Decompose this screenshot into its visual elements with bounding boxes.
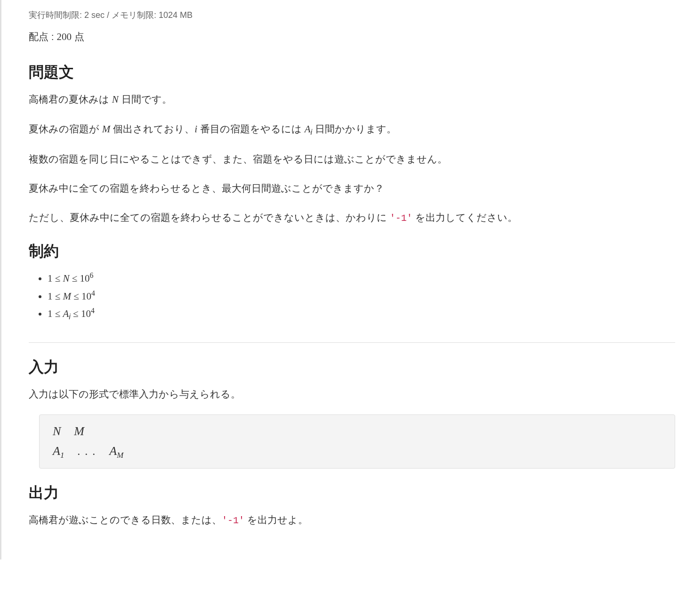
output-desc: 高橋君が遊ぶことのできる日数、または、'-1' を出力せよ。 [29, 511, 675, 529]
input-row-2: A1 . . . AM [53, 441, 662, 462]
problem-heading: 問題文 [29, 62, 675, 83]
problem-content: 実行時間制限: 2 sec / メモリ制限: 1024 MB 配点 : 200 … [1, 0, 694, 529]
c2-right: ≤ 10 [71, 291, 91, 302]
constraint-1: 1 ≤ N ≤ 106 [48, 269, 675, 287]
c1-left: 1 ≤ [48, 273, 63, 284]
constraint-2: 1 ≤ M ≤ 104 [48, 287, 675, 305]
var-N: N [112, 94, 119, 105]
c1-right: ≤ 10 [70, 273, 90, 284]
input-dots: . . . [77, 442, 96, 460]
score-line: 配点 : 200 点 [29, 30, 675, 43]
var-Ai-A: A [305, 123, 311, 135]
constraints-list: 1 ≤ N ≤ 106 1 ≤ M ≤ 104 1 ≤ Ai ≤ 104 [29, 269, 675, 324]
c1-exp: 6 [90, 271, 94, 279]
input-AM: AM [109, 441, 123, 462]
code-neg1: '-1' [390, 213, 412, 224]
constraint-3: 1 ≤ Ai ≤ 104 [48, 305, 675, 324]
out-text-a: 高橋君が遊ぶことのできる日数、または、 [29, 514, 222, 525]
p2-text-b: 個出されており、 [110, 123, 194, 134]
out-text-b: を出力せよ。 [244, 514, 308, 525]
limits-text: 実行時間制限: 2 sec / メモリ制限: 1024 MB [29, 9, 675, 21]
p1-text-b: 日間です。 [119, 94, 172, 105]
c3-right: ≤ 10 [71, 308, 91, 319]
p2-text-c: 番目の宿題をやるには [197, 123, 305, 134]
divider [29, 342, 675, 343]
score-value: 200 [57, 31, 72, 42]
p5-text-b: を出力してください。 [412, 212, 517, 223]
var-M: M [102, 123, 111, 135]
c2-var: M [63, 291, 72, 302]
out-code-neg1: '-1' [222, 515, 244, 526]
input-N: N [53, 421, 61, 441]
input-row-1: N M [53, 421, 662, 441]
problem-p3: 複数の宿題を同じ日にやることはできず、また、宿題をやる日には遊ぶことができません… [29, 150, 675, 168]
problem-p4: 夏休み中に全ての宿題を終わらせるとき、最大何日間遊ぶことができますか？ [29, 179, 675, 197]
input-A1-sub: 1 [60, 450, 64, 459]
problem-p2: 夏休みの宿題が M 個出されており、i 番目の宿題をやるには Ai 日間かかりま… [29, 120, 675, 139]
input-heading: 入力 [29, 357, 675, 378]
c3-var-A: A [63, 308, 69, 319]
problem-p5: ただし、夏休み中に全ての宿題を終わらせることができないときは、かわりに '-1'… [29, 209, 675, 227]
input-A1: A1 [53, 441, 64, 462]
p5-text-a: ただし、夏休み中に全ての宿題を終わらせることができないときは、かわりに [29, 212, 390, 223]
input-AM-sub: M [117, 450, 123, 459]
input-AM-A: A [109, 444, 117, 458]
score-suffix: 点 [72, 31, 84, 42]
input-desc: 入力は以下の形式で標準入力から与えられる。 [29, 385, 675, 403]
c3-exp: 4 [91, 307, 95, 315]
p2-text-d: 日間かかります。 [312, 123, 396, 134]
problem-p1: 高橋君の夏休みは N 日間です。 [29, 90, 675, 109]
c2-left: 1 ≤ [48, 291, 63, 302]
c3-left: 1 ≤ [48, 308, 63, 319]
input-A1-A: A [53, 444, 60, 458]
output-heading: 出力 [29, 483, 675, 503]
p1-text-a: 高橋君の夏休みは [29, 94, 112, 105]
c1-var: N [63, 273, 70, 284]
score-prefix: 配点 : [29, 31, 57, 42]
input-format-box: N M A1 . . . AM [39, 414, 675, 469]
input-M: M [74, 421, 84, 441]
constraints-heading: 制約 [29, 241, 675, 262]
c2-exp: 4 [91, 289, 95, 297]
p2-text-a: 夏休みの宿題が [29, 123, 102, 134]
